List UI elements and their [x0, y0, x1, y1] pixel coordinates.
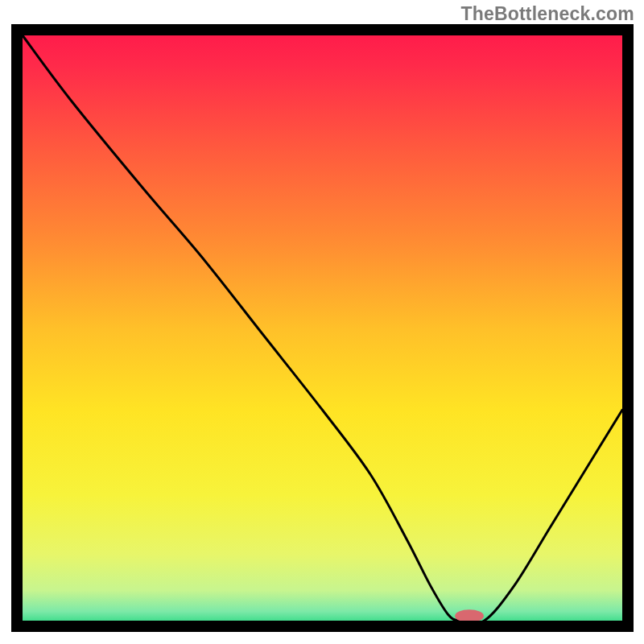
chart-stage: TheBottleneck.com: [0, 0, 644, 644]
watermark-label: TheBottleneck.com: [460, 3, 634, 25]
svg-point-1: [455, 609, 484, 622]
svg-rect-0: [17, 30, 628, 626]
bottleneck-chart: [0, 0, 644, 644]
